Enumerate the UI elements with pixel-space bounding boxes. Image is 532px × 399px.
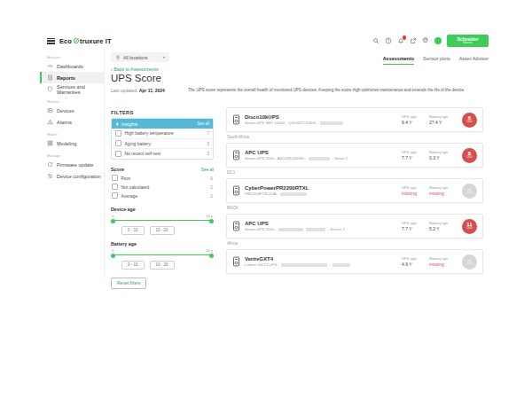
gear-icon[interactable]: ⚙ — [422, 37, 429, 44]
redacted-text — [332, 263, 350, 267]
avatar[interactable] — [434, 37, 442, 44]
sidebar-item-device-configuration[interactable]: Device configuration — [40, 170, 104, 182]
insights-header[interactable]: Insights See all — [112, 119, 213, 129]
filters-title: FILTERS — [111, 110, 214, 115]
sidebar-item-firmware-update[interactable]: Firmware update — [40, 159, 104, 170]
insights-see-all[interactable]: See all — [197, 121, 209, 126]
hamburger-menu-icon[interactable] — [47, 38, 55, 44]
filter-label: Poor — [121, 176, 131, 181]
devices-icon — [47, 107, 53, 113]
insights-title: Insights — [121, 121, 137, 127]
age-range-button[interactable]: 10 - 20 — [150, 226, 175, 235]
score-denominator: /100 — [466, 262, 472, 266]
page-title: UPS Score — [111, 73, 161, 83]
age-range-button[interactable]: 0 - 10 — [121, 226, 145, 235]
sidebar-item-label: Devices — [57, 108, 74, 113]
score-filter-average[interactable]: Average 2 — [111, 192, 214, 200]
score-badge: 6 /100 — [462, 113, 477, 128]
tab-assessments[interactable]: Assessments — [383, 56, 414, 65]
insight-filter-aging-battery[interactable]: Aging battery 3 — [112, 138, 213, 149]
notifications-bell-icon[interactable] — [397, 37, 404, 44]
ups-device-icon — [232, 221, 240, 231]
ups-age-value: 7.7 Y — [402, 226, 429, 231]
score-filter-not-calculated[interactable]: Not calculated 2 — [111, 183, 214, 192]
sidebar-item-services-and-warranties[interactable]: Services and Warranties — [40, 83, 104, 95]
device-subtitle: PR2200RTXL2UA - — [245, 192, 402, 196]
slider-handle-max[interactable] — [209, 219, 214, 223]
back-link[interactable]: ‹ Back to Assessments — [111, 66, 159, 72]
device-card[interactable]: Disco10kUPS Smart-UPS SRT 10000 - QS1447… — [226, 107, 483, 132]
battery-age-value: 27.4 Y — [429, 120, 457, 125]
share-icon[interactable] — [410, 37, 417, 44]
sidebar-item-label: Services and Warranties — [57, 84, 104, 95]
sidebar-item-label: Firmware update — [57, 162, 93, 168]
location-filter-dropdown[interactable]: All locations ▾ — [111, 52, 169, 62]
battery-age-value: 0.3 Y — [429, 155, 457, 160]
redacted-text — [320, 121, 343, 125]
checkbox[interactable] — [112, 175, 118, 181]
sidebar-item-label: Dashboards — [57, 64, 83, 69]
battery-age-value: missing — [429, 262, 457, 267]
score-filter-header: Score See all — [111, 167, 214, 172]
filter-count: 6 — [210, 176, 213, 181]
last-updated-value: Apr 11, 2024 — [139, 88, 165, 93]
battery-age-label: Battery age — [429, 256, 457, 261]
score-badge: 11 /100 — [462, 219, 477, 234]
battery-age-slider[interactable] — [111, 253, 214, 258]
device-name: APC UPS — [245, 221, 402, 226]
schneider-electric-logo[interactable]: Schneider Electric — [447, 35, 489, 47]
checkbox[interactable] — [112, 184, 118, 190]
search-icon[interactable] — [372, 37, 379, 44]
reports-icon — [47, 74, 53, 81]
device-name: CyberPowerPR2200RTXL — [245, 185, 402, 191]
insight-filter-high-battery-temperature[interactable]: High battery temperature 7 — [112, 129, 213, 138]
reset-filters-button[interactable]: Reset filters — [111, 278, 146, 289]
slider-handle-min[interactable] — [111, 219, 115, 223]
sidebar-item-dashboards[interactable]: Dashboards — [40, 60, 104, 72]
battery-age-label: Battery age — [429, 221, 457, 225]
help-icon[interactable] — [385, 37, 392, 44]
redacted-text — [280, 192, 307, 196]
score-denominator: /100 — [466, 121, 472, 124]
device-subtitle: Smart-UPS 2200 - AS1435165080 - - Smart … — [245, 156, 402, 160]
sidebar-section: Monitor Devices Alarms — [40, 99, 104, 128]
ups-age-label: UPS age — [402, 114, 429, 119]
sidebar-item-reports[interactable]: Reports — [40, 72, 104, 83]
redacted-text — [278, 228, 303, 231]
checkbox[interactable] — [115, 130, 121, 137]
sidebar-item-alarms[interactable]: Alarms — [40, 116, 104, 128]
filter-count: 7 — [207, 130, 209, 136]
device-age-title: Device age — [111, 207, 214, 212]
age-range-button[interactable]: 0 - 10 — [121, 261, 145, 270]
checkbox[interactable] — [112, 192, 118, 199]
device-age-slider[interactable] — [111, 218, 214, 223]
score-filter-poor[interactable]: Poor 6 — [111, 174, 214, 183]
redacted-text — [309, 157, 330, 160]
tab-asset-advisor[interactable]: Asset Advisor — [459, 56, 489, 65]
device-location: South Africa — [227, 135, 483, 140]
score-see-all[interactable]: See all — [201, 168, 214, 172]
location-filter-label: All locations — [123, 55, 148, 60]
tab-sensor-plots[interactable]: Sensor plots — [423, 56, 450, 65]
last-updated: Last updated: Apr 11, 2024 — [111, 88, 165, 93]
sidebar-item-label: Device configuration — [57, 174, 101, 179]
sidebar-item-modeling[interactable]: Modeling — [40, 137, 104, 149]
ups-age-label: UPS age — [402, 150, 429, 154]
checkbox[interactable] — [115, 151, 121, 157]
sidebar-section-label: Analyze — [47, 55, 104, 59]
age-range-button[interactable]: 10 - 20 — [150, 261, 175, 270]
checkbox[interactable] — [115, 140, 121, 146]
device-card[interactable]: CyberPowerPR2200RTXL PR2200RTXL2UA - UPS… — [226, 178, 483, 203]
device-card[interactable]: VertivGXT4 Liebert GXT4 UPS - - UPS age … — [226, 249, 483, 274]
battery-age-value: 5.2 Y — [429, 226, 457, 231]
insight-filter-no-recent-self-test[interactable]: No recent self-test 3 — [112, 148, 213, 159]
chevron-down-icon: ▾ — [163, 56, 165, 59]
sidebar-item-devices[interactable]: Devices — [40, 105, 104, 116]
ups-age-value: missing — [402, 191, 429, 196]
device-subtitle: Liebert GXT4 UPS - - — [245, 262, 402, 267]
sidebar-section-label: Monitor — [47, 99, 104, 104]
device-card[interactable]: APC UPS Smart-UPS 2200 - AS1435165080 - … — [226, 143, 483, 168]
slider-handle-min[interactable] — [111, 254, 115, 258]
slider-handle-max[interactable] — [209, 254, 214, 258]
device-card[interactable]: APC UPS Smart-UPS 2200 - - Server 1 UPS … — [226, 214, 483, 239]
